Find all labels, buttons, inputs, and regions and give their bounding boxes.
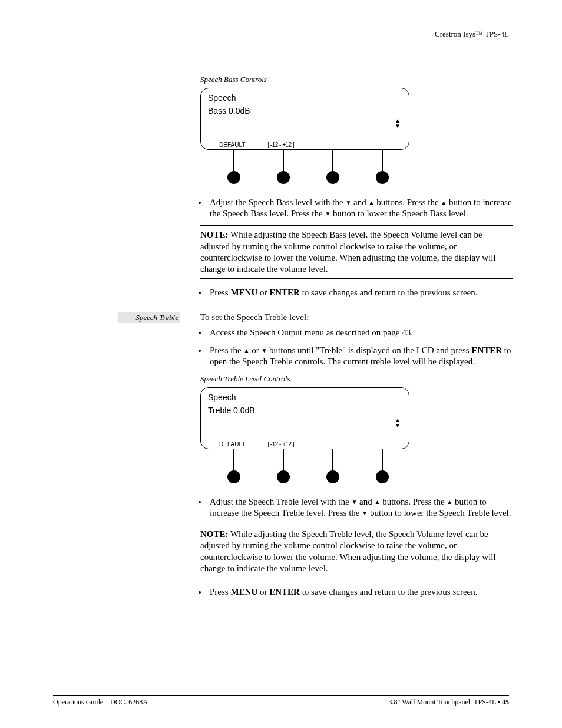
note-text: While adjusting the Speech Treble level,… xyxy=(200,529,496,573)
lcd-line2: Bass 0.0dB xyxy=(208,106,402,116)
text: and xyxy=(357,497,374,506)
text: or xyxy=(257,587,269,597)
page-content: Speech Bass Controls Speech Bass 0.0dB ▲… xyxy=(53,75,509,598)
knob-stem xyxy=(332,449,333,470)
lcd-line2: Treble 0.0dB xyxy=(208,406,402,415)
page-footer: Operations Guide – DOC. 6268A 3.8" Wall … xyxy=(53,695,509,707)
margin-label-treble: Speech Treble xyxy=(118,312,180,323)
text: buttons until "Treble" is displayed on t… xyxy=(267,345,471,355)
text: buttons. Press the xyxy=(374,197,441,207)
bullet-list-treble-2: Press MENU or ENTER to save changes and … xyxy=(184,587,513,598)
menu-label: MENU xyxy=(230,288,257,297)
lcd-softkeys: DEFAULT [ -12 - +12 ] xyxy=(208,441,402,447)
note-text: While adjusting the Speech Bass level, t… xyxy=(200,230,496,274)
lcd-line1: Speech xyxy=(208,393,402,402)
footer-right-text: 3.8" Wall Mount Touchpanel: TPS-4L xyxy=(388,698,497,706)
down-icon: ▼ xyxy=(325,210,330,218)
text: to save changes and return to the previo… xyxy=(300,587,478,597)
softkey-4 xyxy=(354,141,403,148)
text: and xyxy=(351,197,368,207)
lcd-treble: Speech Treble 0.0dB ▲ ▼ DEFAULT [ -12 - … xyxy=(200,387,409,449)
enter-label: ENTER xyxy=(269,288,300,297)
bullet-list-bass: Adjust the Speech Bass level with the ▼ … xyxy=(184,197,513,219)
softkey-3 xyxy=(305,141,354,148)
knob-icon xyxy=(277,470,290,483)
footer-page-num: 45 xyxy=(500,698,509,706)
knob-icon xyxy=(326,171,339,184)
up-icon: ▲ xyxy=(244,347,250,355)
section-bass: Speech Bass Controls Speech Bass 0.0dB ▲… xyxy=(200,75,513,298)
bullet-list-treble: Adjust the Speech Treble level with the … xyxy=(184,496,513,519)
lcd-bass: Speech Bass 0.0dB ▲ ▼ DEFAULT [ -12 - +1… xyxy=(200,88,409,150)
bullet-list-bass-2: Press MENU or ENTER to save changes and … xyxy=(184,287,513,298)
footer-rule xyxy=(53,695,509,696)
knob-stem xyxy=(233,449,234,470)
knob-icon xyxy=(326,470,339,483)
up-icon: ▲ xyxy=(441,199,447,207)
knob-stem xyxy=(283,449,284,470)
text: button to lower the Speech Bass level. xyxy=(330,209,468,218)
text: Press xyxy=(210,587,230,597)
knob-icon xyxy=(376,171,389,184)
list-item: Adjust the Speech Treble level with the … xyxy=(207,496,513,519)
knob-stem xyxy=(283,150,284,171)
list-item: Adjust the Speech Bass level with the ▼ … xyxy=(207,197,513,219)
arrow-down-icon: ▼ xyxy=(395,423,401,428)
footer-left: Operations Guide – DOC. 6268A xyxy=(53,698,148,707)
menu-label: MENU xyxy=(230,587,257,597)
lcd-arrows: ▲ ▼ xyxy=(395,118,401,129)
header-rule xyxy=(53,45,509,45)
text: button to lower the Speech Treble level. xyxy=(368,508,511,518)
knob-icon xyxy=(277,171,290,184)
caption-treble: Speech Treble Level Controls xyxy=(200,374,513,384)
knob-stem xyxy=(233,150,234,171)
up-icon: ▲ xyxy=(368,199,374,207)
down-icon: ▼ xyxy=(351,499,357,506)
knob-stem xyxy=(382,150,383,171)
softkey-4 xyxy=(354,441,403,447)
text: buttons. Press the xyxy=(380,497,447,506)
text: or xyxy=(257,288,269,297)
lcd-arrows: ▲ ▼ xyxy=(395,417,401,428)
softkey-3 xyxy=(305,441,354,447)
softkey-2: [ -12 - +12 ] xyxy=(257,141,306,148)
arrow-down-icon: ▼ xyxy=(395,123,401,129)
note-label: NOTE: xyxy=(200,230,229,239)
enter-label: ENTER xyxy=(471,345,502,355)
intro-treble: To set the Speech Treble level: xyxy=(200,312,513,322)
up-icon: ▲ xyxy=(374,499,380,506)
softkey-1: DEFAULT xyxy=(208,141,257,148)
note-treble: NOTE: While adjusting the Speech Treble … xyxy=(200,525,513,578)
knob-stem xyxy=(332,150,333,171)
enter-label: ENTER xyxy=(269,587,300,597)
knob-row xyxy=(200,150,409,186)
note-bass: NOTE: While adjusting the Speech Bass le… xyxy=(200,225,513,279)
text: or xyxy=(249,345,261,355)
up-icon: ▲ xyxy=(447,499,452,506)
caption-bass: Speech Bass Controls xyxy=(200,75,513,84)
text: to save changes and return to the previo… xyxy=(300,288,478,297)
list-item: Press MENU or ENTER to save changes and … xyxy=(207,287,513,298)
note-label: NOTE: xyxy=(200,529,229,539)
down-icon: ▼ xyxy=(261,347,267,355)
lcd-softkeys: DEFAULT [ -12 - +12 ] xyxy=(208,141,402,148)
header-right: Crestron Isys™ TPS-4L xyxy=(53,29,509,39)
knob-icon xyxy=(227,171,240,184)
text: Adjust the Speech Treble level with the xyxy=(210,497,351,506)
footer-row: Operations Guide – DOC. 6268A 3.8" Wall … xyxy=(53,698,509,707)
text: Press xyxy=(210,288,230,297)
text: Adjust the Speech Bass level with the xyxy=(210,197,345,207)
down-icon: ▼ xyxy=(362,510,368,518)
knob-icon xyxy=(376,470,389,483)
list-item: Press MENU or ENTER to save changes and … xyxy=(207,587,513,598)
knob-row xyxy=(200,449,409,486)
down-icon: ▼ xyxy=(345,199,351,207)
list-item: Access the Speech Output menu as describ… xyxy=(207,327,513,338)
softkey-2: [ -12 - +12 ] xyxy=(257,441,306,447)
page-header: Crestron Isys™ TPS-4L xyxy=(53,29,509,45)
footer-right: 3.8" Wall Mount Touchpanel: TPS-4L • 45 xyxy=(388,698,509,707)
text: Press the xyxy=(210,345,244,355)
section-treble-wrap: Speech Treble To set the Speech Treble l… xyxy=(53,312,509,598)
lcd-line1: Speech xyxy=(208,93,402,103)
list-item: Press the ▲ or ▼ buttons until "Treble" … xyxy=(207,345,513,367)
